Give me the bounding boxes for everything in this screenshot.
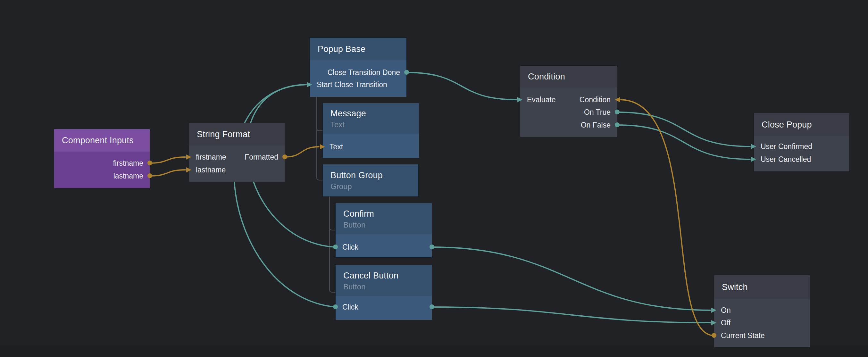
- port-user-cancelled[interactable]: User Cancelled: [761, 155, 811, 164]
- node-title: Switch: [722, 281, 802, 293]
- node-close-popup[interactable]: Close Popup User ConfirmedUser Cancelled: [754, 113, 849, 171]
- port-arrow-signal[interactable]: [517, 97, 523, 102]
- node-title: Condition: [528, 71, 609, 83]
- port-current-state[interactable]: Current State: [721, 331, 765, 340]
- node-header: Popup Base: [310, 38, 406, 60]
- port-dot-signal[interactable]: [333, 304, 338, 309]
- port-evaluate[interactable]: Evaluate: [527, 95, 556, 104]
- node-header: Switch: [714, 275, 810, 299]
- port-firstname[interactable]: firstname: [196, 152, 226, 162]
- port-lastname[interactable]: lastname: [114, 171, 143, 181]
- node-title: Component Inputs: [62, 135, 142, 146]
- port-on[interactable]: On: [721, 305, 731, 315]
- node-popup-base[interactable]: Popup Base Close Transition DoneStart Cl…: [310, 38, 406, 97]
- port-firstname[interactable]: firstname: [113, 158, 143, 168]
- node-header: Cancel Button Button: [336, 265, 432, 296]
- port-dot-data[interactable]: [148, 161, 152, 165]
- node-title: Cancel Button: [343, 270, 424, 281]
- node-title: Message: [331, 108, 411, 119]
- node-subtitle: Button: [343, 282, 424, 292]
- node-header: Close Popup: [754, 113, 849, 136]
- node-header: String Format: [189, 123, 285, 145]
- node-button-group[interactable]: Button Group Group: [323, 164, 418, 196]
- port-condition[interactable]: Condition: [580, 95, 611, 104]
- node-graph-canvas[interactable]: Component Inputs firstnamelastname Strin…: [0, 0, 868, 357]
- port-dot-signal[interactable]: [615, 109, 620, 115]
- port-arrow-signal[interactable]: [307, 82, 312, 87]
- port-arrow-data[interactable]: [186, 155, 191, 160]
- node-cancel-button[interactable]: Cancel Button Button Click: [336, 265, 432, 320]
- node-title: Button Group: [331, 169, 411, 181]
- node-layer: Component Inputs firstnamelastname Strin…: [0, 0, 868, 357]
- port-dot-signal[interactable]: [430, 304, 434, 309]
- node-subtitle: Group: [331, 182, 411, 191]
- node-header: Confirm Button: [336, 203, 432, 234]
- port-arrow-signal[interactable]: [751, 144, 756, 149]
- node-component-inputs[interactable]: Component Inputs firstnamelastname: [54, 129, 150, 188]
- port-dot-data[interactable]: [712, 333, 716, 338]
- port-user-confirmed[interactable]: User Confirmed: [761, 142, 812, 151]
- node-header: Button Group Group: [323, 164, 418, 196]
- port-formatted[interactable]: Formatted: [245, 152, 278, 162]
- node-title: Close Popup: [762, 119, 842, 130]
- port-arrow-signal[interactable]: [711, 307, 716, 313]
- node-confirm[interactable]: Confirm Button Click: [336, 203, 432, 257]
- node-title: Popup Base: [318, 43, 399, 55]
- port-start-close-transition[interactable]: Start Close Transition: [317, 80, 387, 89]
- node-subtitle: Button: [343, 220, 424, 230]
- node-condition[interactable]: Condition EvaluateConditionOn TrueOn Fal…: [520, 66, 617, 137]
- port-dot-signal[interactable]: [430, 245, 434, 249]
- port-on-true[interactable]: On True: [584, 107, 611, 117]
- port-text[interactable]: Text: [330, 142, 343, 152]
- node-header: Condition: [520, 66, 617, 88]
- port-lastname[interactable]: lastname: [196, 165, 226, 175]
- port-dot-data[interactable]: [148, 173, 152, 178]
- port-dot-data[interactable]: [282, 155, 287, 159]
- port-click[interactable]: Click: [342, 242, 359, 252]
- port-on-false[interactable]: On False: [581, 120, 611, 130]
- port-dot-signal[interactable]: [404, 70, 409, 75]
- port-off[interactable]: Off: [721, 318, 731, 327]
- port-arrow-data[interactable]: [320, 144, 325, 149]
- port-arrow-signal[interactable]: [751, 157, 756, 162]
- port-arrow-signal[interactable]: [711, 320, 716, 325]
- port-arrow-data[interactable]: [186, 167, 191, 172]
- node-header: Message Text: [323, 103, 419, 134]
- port-dot-signal[interactable]: [333, 245, 338, 249]
- port-dot-signal[interactable]: [615, 122, 620, 127]
- node-title: Confirm: [343, 208, 424, 220]
- node-switch[interactable]: Switch OnOffCurrent State: [714, 275, 810, 347]
- node-string-format[interactable]: String Format firstnamelastnameFormatted: [189, 123, 285, 182]
- port-arrow-data[interactable]: [615, 97, 620, 102]
- port-click[interactable]: Click: [342, 302, 359, 312]
- node-subtitle: Text: [331, 120, 411, 129]
- port-close-transition-done[interactable]: Close Transition Done: [328, 68, 400, 77]
- node-header: Component Inputs: [54, 129, 150, 152]
- node-title: String Format: [197, 129, 277, 140]
- node-message[interactable]: Message Text Text: [323, 103, 419, 158]
